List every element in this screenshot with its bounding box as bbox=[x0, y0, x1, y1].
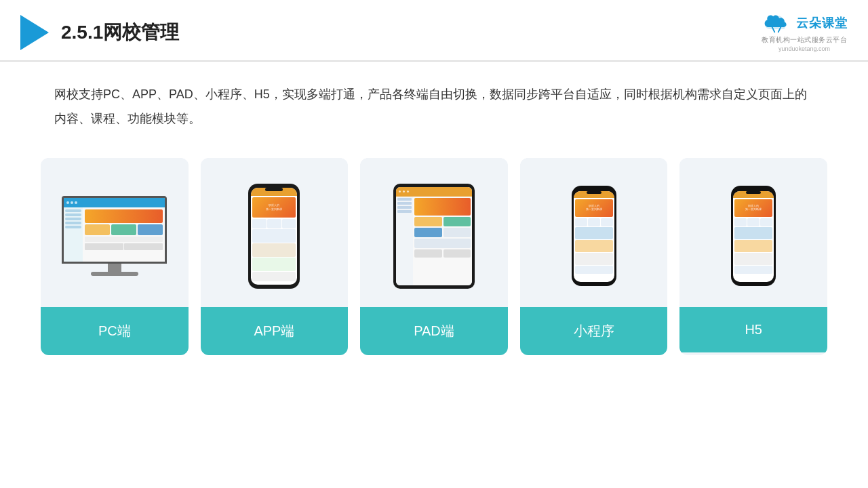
page-title: 2.5.1网校管理 bbox=[61, 20, 179, 45]
mini-phone-notch bbox=[587, 191, 601, 194]
cards-container: PC端 职涯人的第一堂判断课 bbox=[0, 138, 868, 375]
card-h5: 职涯人的第一堂判断课 H5 bbox=[679, 158, 827, 355]
mini-banner-text: 职涯人的第一堂判断课 bbox=[586, 205, 602, 211]
screen-body bbox=[64, 207, 165, 262]
tablet-main bbox=[413, 197, 472, 285]
h5-phone-body: 职涯人的第一堂判断课 bbox=[733, 198, 774, 275]
card-app: 职涯人的第一堂判断课 APP端 bbox=[201, 158, 349, 355]
phone-banner-text: 职涯人的第一堂判断课 bbox=[266, 203, 282, 210]
card-pc-image bbox=[41, 158, 189, 307]
card-app-label: APP端 bbox=[201, 307, 349, 355]
card-h5-image: 职涯人的第一堂判断课 bbox=[679, 158, 827, 307]
tablet-mockup bbox=[393, 184, 475, 289]
pc-monitor bbox=[62, 196, 167, 276]
logo-subtitle: 教育机构一站式服务云平台 bbox=[762, 35, 847, 45]
logo-text: 云朵课堂 bbox=[796, 15, 848, 31]
card-pad-image bbox=[360, 158, 508, 307]
tablet-nav bbox=[399, 190, 409, 192]
card-miniprogram-label: 小程序 bbox=[520, 307, 668, 355]
monitor-screen bbox=[62, 196, 167, 264]
description-text: 网校支持PC、APP、PAD、小程序、H5，实现多端打通，产品各终端自由切换，数… bbox=[54, 87, 807, 125]
card-pc-label: PC端 bbox=[41, 307, 189, 355]
card-h5-label: H5 bbox=[679, 307, 827, 352]
logo-cloud: 云朵课堂 bbox=[761, 12, 848, 34]
cloud-logo-icon bbox=[761, 12, 792, 34]
card-pad-label: PAD端 bbox=[360, 307, 508, 355]
logo-area: 云朵课堂 教育机构一站式服务云平台 yunduoketang.com bbox=[761, 12, 848, 52]
phone-notch bbox=[265, 188, 283, 191]
mini-banner: 职涯人的第一堂判断课 bbox=[575, 199, 613, 217]
h5-banner: 职涯人的第一堂判断课 bbox=[734, 199, 772, 217]
h5-phone-notch bbox=[746, 191, 761, 194]
h5-phone: 职涯人的第一堂判断课 bbox=[731, 186, 776, 286]
tablet-body bbox=[396, 197, 472, 285]
card-miniprogram: 职涯人的第一堂判断课 小程序 bbox=[520, 158, 668, 355]
play-icon bbox=[20, 15, 49, 50]
h5-phone-screen: 职涯人的第一堂判断课 bbox=[733, 191, 774, 282]
phone-screen-body: 职涯人的第一堂判断课 bbox=[251, 196, 297, 283]
card-pad: PAD端 bbox=[360, 158, 508, 355]
screen-sidebar bbox=[64, 207, 83, 262]
header: 2.5.1网校管理 云朵课堂 教育机构一站式服务云平台 yunduoketang… bbox=[0, 0, 868, 62]
card-miniprogram-image: 职涯人的第一堂判断课 bbox=[520, 158, 668, 307]
miniprogram-phone: 职涯人的第一堂判断课 bbox=[572, 186, 616, 286]
logo-url: yunduoketang.com bbox=[778, 45, 830, 52]
card-pc: PC端 bbox=[41, 158, 189, 355]
nav-bar bbox=[64, 198, 165, 207]
app-phone-mockup: 职涯人的第一堂判断课 bbox=[248, 184, 300, 289]
tablet-screen-top bbox=[396, 187, 472, 197]
phone-screen: 职涯人的第一堂判断课 bbox=[251, 188, 297, 285]
h5-banner-text: 职涯人的第一堂判断课 bbox=[745, 205, 762, 211]
mini-phone-screen: 职涯人的第一堂判断课 bbox=[574, 191, 614, 282]
card-app-image: 职涯人的第一堂判断课 bbox=[201, 158, 349, 307]
phone-banner: 职涯人的第一堂判断课 bbox=[252, 197, 296, 218]
tablet-screen bbox=[396, 187, 472, 285]
screen-main bbox=[83, 207, 165, 262]
mini-phone-body: 职涯人的第一堂判断课 bbox=[574, 198, 614, 275]
monitor-screen-content bbox=[64, 198, 165, 262]
description: 网校支持PC、APP、PAD、小程序、H5，实现多端打通，产品各终端自由切换，数… bbox=[0, 62, 868, 138]
tablet-sidebar bbox=[396, 197, 413, 285]
header-left: 2.5.1网校管理 bbox=[20, 15, 179, 50]
